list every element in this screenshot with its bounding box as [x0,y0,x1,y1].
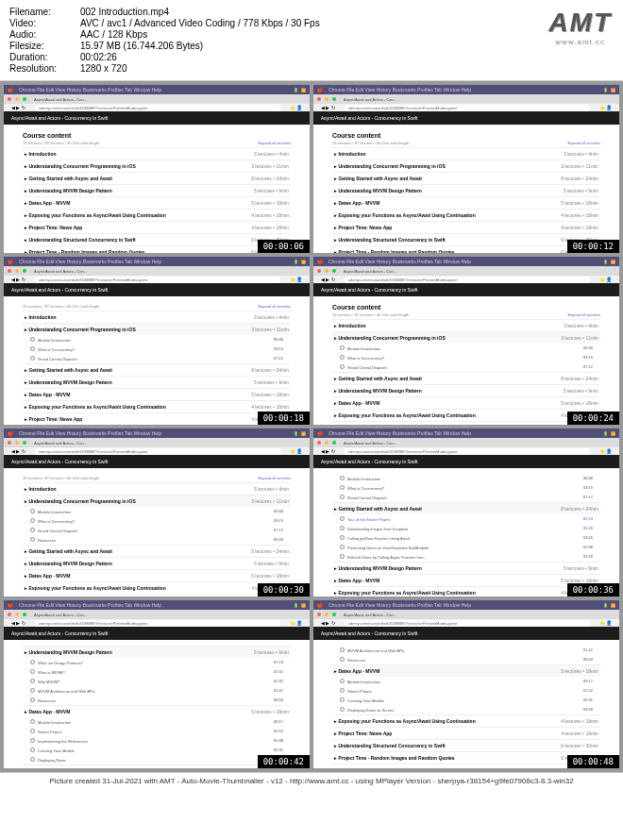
section-row[interactable]: ▸ Dates App - MVVM5 lectures • 18min [23,569,291,581]
lecture-row[interactable]: Module Introduction00:30 [23,507,291,516]
section-row[interactable]: ▸ Understanding Concurrent Programming i… [23,323,291,335]
section-row[interactable]: ▸ Getting Started with Async and Await8 … [332,502,600,514]
lecture-row[interactable]: Grand Central Dispatch07:12 [332,493,600,502]
section-row[interactable]: ▸ Introduction3 lectures • 4min [23,311,291,323]
section-row[interactable]: ▸ Project Time: News App4 lectures • 18m… [332,221,600,233]
lecture-row[interactable]: Downloading Images from Unsplash05:16 [332,524,600,533]
page-header: Async/Await and Actors - Concurrency in … [4,627,310,640]
lecture-row[interactable]: What are Design Patterns?01:13 [23,658,291,667]
section-row[interactable]: ▸ Project Time - Random Images and Rando… [332,245,600,253]
tab-bar: Async/Await and Actors - Con... [4,610,310,619]
section-row[interactable]: ▸ Introduction3 lectures • 4min [23,147,291,160]
expand-link[interactable]: Expand all sections [259,141,291,145]
section-row[interactable]: ▸ Project Time - Random Images and Rando… [332,751,600,764]
page-header: Async/Await and Actors - Concurrency in … [4,455,310,468]
section-row[interactable]: ▸ AsyncSequence5 lectures • 15min [332,764,600,768]
url-text: udemy.com/course/draft/4198889/?instruct… [345,105,590,111]
section-row[interactable]: ▸ Introduction3 lectures • 4min [332,319,600,331]
section-row[interactable]: ▸ Getting Started with Async and Await8 … [23,363,291,376]
lecture-row[interactable]: Calling getData Function Using Await03:4… [332,533,600,543]
lecture-row[interactable]: Displaying Dates on Screen03:50 [332,705,600,714]
lecture-row[interactable]: Grand Central Dispatch07:12 [332,362,600,372]
section-row[interactable]: ▸ Exposing your Functions as Async/Await… [332,209,600,221]
lecture-row[interactable]: Module Introduction00:30 [332,344,600,353]
section-row[interactable]: ▸ Understanding MVVM Design Pattern5 lec… [23,557,291,569]
section-row[interactable]: ▸ Dates App - MVVM5 lectures • 18min [23,388,291,400]
section-row[interactable]: ▸ Exposing your Functions as Async/Await… [332,714,600,727]
section-row[interactable]: ▸ Introduction3 lectures • 4min [23,482,291,495]
lecture-row[interactable]: What is Concurrency?03:19 [23,516,291,526]
section-row[interactable]: ▸ Project Time: News App4 lectures • 18m… [23,594,291,596]
section-row[interactable]: ▸ Dates App - MVVM5 lectures • 18min [332,396,600,409]
lecture-row[interactable]: Module Introduction00:30 [332,474,600,483]
lecture-row[interactable]: What is Concurrency?03:19 [332,353,600,362]
section-row[interactable]: ▸ Dates App - MVVM5 lectures • 18min [332,574,600,586]
lecture-row[interactable]: Displaying News03:18 [23,755,291,764]
filesize-value: 15.97 MB (16.744.206 Bytes) [80,41,203,51]
section-row[interactable]: ▸ Understanding Concurrent Programming i… [332,331,600,344]
section-row[interactable]: ▸ Dates App - MVVM5 lectures • 18min [332,196,600,209]
section-row[interactable]: ▸ Getting Started with Async and Await8 … [23,172,291,184]
section-row[interactable]: ▸ Understanding MVVM Design Pattern5 lec… [23,376,291,388]
lecture-row[interactable]: Module Introduction00:17 [332,677,600,686]
lecture-row[interactable]: Creating View Models05:31 [332,696,600,705]
url-bar: ◀ ▶ ↻udemy.com/course/draft/4198889/?ins… [4,276,310,283]
lecture-row[interactable]: Creating View Models05:31 [23,746,291,755]
lecture-row[interactable]: Grand Central Dispatch07:12 [23,354,291,363]
section-row[interactable]: ▸ Dates App - MVVM5 lectures • 18min [332,664,600,677]
tab-bar: Async/Await and Actors - Con... [4,266,310,276]
section-row[interactable]: ▸ Understanding Concurrent Programming i… [332,160,600,172]
section-row[interactable]: ▸ Understanding MVVM Design Pattern5 lec… [332,384,600,396]
section-row[interactable]: ▸ Project Time: News App4 lectures • 18m… [332,421,600,425]
section-row[interactable]: ▸ Understanding MVVM Design Pattern5 lec… [332,184,600,196]
section-row[interactable]: ▸ Understanding MVVM Design Pattern5 lec… [23,646,291,658]
section-row[interactable]: ▸ Project Time: News App4 lectures • 18m… [23,221,291,233]
lecture-row[interactable]: Refresh Dates by Calling Async Function … [332,552,600,562]
section-row[interactable]: ▸ Getting Started with Async and Await8 … [332,372,600,384]
section-row[interactable]: ▸ Dates App - MVVM5 lectures • 18min [23,705,291,717]
lecture-row[interactable]: Starter Project01:52 [23,727,291,736]
menu-bar: 🍎Chrome File Edit View History Bookmarks… [4,85,310,94]
lecture-row[interactable]: Tour of the Starter Project02:24 [332,514,600,524]
lecture-row[interactable]: Resources00:04 [332,655,600,664]
section-row[interactable]: ▸ Exposing your Functions as Async/Await… [23,209,291,221]
section-row[interactable]: ▸ Getting Started with Async and Await8 … [23,545,291,557]
tab-title: Async/Await and Actors - Con... [34,613,87,617]
section-row[interactable]: ▸ Introduction3 lectures • 4min [332,147,600,160]
section-row[interactable]: ▸ Understanding Concurrent Programming i… [23,160,291,172]
lecture-row[interactable]: Resources00:03 [23,535,291,545]
section-row[interactable]: ▸ Exposing your Functions as Async/Await… [23,400,291,412]
lecture-row[interactable]: What is Concurrency?03:19 [23,344,291,354]
lecture-row[interactable]: What is MVVM?02:41 [23,667,291,677]
apple-icon: 🍎 [317,430,323,436]
lecture-row[interactable]: Resources00:04 [23,696,291,705]
section-row[interactable]: ▸ Dates App - MVVM5 lectures • 18min [23,196,291,209]
lecture-row[interactable]: Starter Project01:52 [332,686,600,696]
section-row[interactable]: ▸ Exposing your Functions as Async/Await… [23,581,291,594]
lecture-row[interactable]: Why MVVM?02:32 [23,677,291,686]
page-header: Async/Await and Actors - Concurrency in … [4,111,310,125]
section-row[interactable]: ▸ Project Time - Random Images and Rando… [23,245,291,253]
section-row[interactable]: ▸ Understanding Structured Concurrency i… [332,233,600,245]
section-row[interactable]: ▸ Getting Started with Async and Await8 … [332,172,600,184]
section-row[interactable]: ▸ Project Time: News App4 lectures • 18m… [23,412,291,425]
section-row[interactable]: ▸ Exposing your Functions as Async/Await… [23,764,291,768]
section-row[interactable]: ▸ Understanding MVVM Design Pattern5 lec… [23,184,291,196]
lecture-row[interactable]: What is Concurrency?03:19 [332,483,600,493]
tab-bar: Async/Await and Actors - Con... [313,266,619,276]
section-row[interactable]: ▸ Understanding Structured Concurrency i… [332,739,600,751]
section-row[interactable]: ▸ Understanding MVVM Design Pattern5 lec… [332,562,600,574]
section-row[interactable]: ▸ Project Time: News App4 lectures • 18m… [332,727,600,739]
lecture-row[interactable]: Presenting Dates on ViewStoryViewTaskMod… [332,543,600,552]
lecture-row[interactable]: MVVM Architecture and Web APIs01:42 [332,646,600,655]
lecture-row[interactable]: Module Introduction00:30 [23,335,291,344]
lecture-row[interactable]: MVVM Architecture and Web APIs01:42 [23,686,291,696]
course-meta: 19 sections • 87 lectures • 4h 52m total… [23,141,99,145]
section-row[interactable]: ▸ Exposing your Functions as Async/Await… [332,409,600,421]
section-row[interactable]: ▸ Understanding Structured Concurrency i… [23,233,291,245]
section-row[interactable]: ▸ Understanding Concurrent Programming i… [23,495,291,507]
lecture-row[interactable]: Implementing the Webservice05:38 [23,736,291,746]
section-row[interactable]: ▸ Exposing your Functions as Async/Await… [332,586,600,596]
lecture-row[interactable]: Module Introduction00:17 [23,717,291,727]
lecture-row[interactable]: Grand Central Dispatch07:12 [23,526,291,535]
